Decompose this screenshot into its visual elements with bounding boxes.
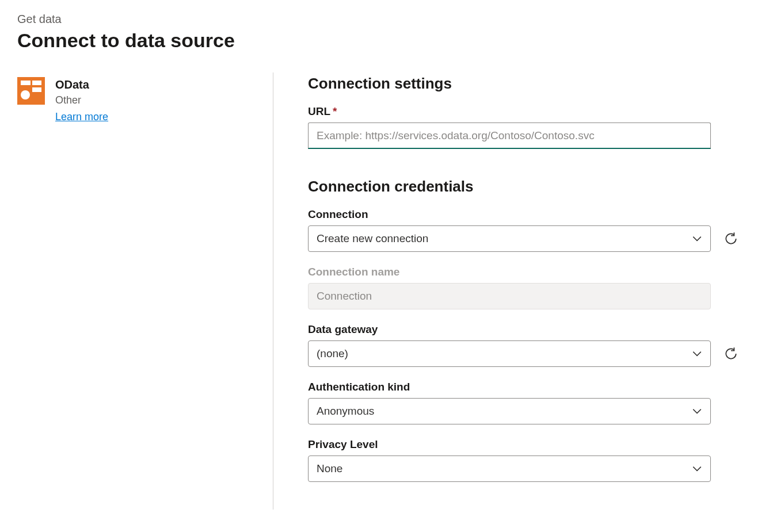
connection-name-label: Connection name bbox=[308, 266, 752, 278]
chevron-down-icon bbox=[692, 406, 702, 416]
svg-point-4 bbox=[21, 90, 30, 99]
data-gateway-label: Data gateway bbox=[308, 323, 752, 336]
required-indicator: * bbox=[333, 105, 337, 117]
connector-category: Other bbox=[55, 94, 108, 106]
authentication-kind-select[interactable]: Anonymous bbox=[308, 398, 711, 424]
refresh-connection-button[interactable] bbox=[721, 229, 741, 248]
chevron-down-icon bbox=[692, 234, 702, 244]
connection-settings-heading: Connection settings bbox=[308, 75, 752, 93]
connection-select-value: Create new connection bbox=[317, 232, 428, 245]
refresh-gateway-button[interactable] bbox=[721, 344, 741, 363]
privacy-level-select[interactable]: None bbox=[308, 456, 711, 482]
svg-rect-3 bbox=[32, 87, 41, 92]
chevron-down-icon bbox=[692, 464, 702, 474]
connection-credentials-heading: Connection credentials bbox=[308, 178, 752, 196]
authentication-kind-label: Authentication kind bbox=[308, 381, 752, 393]
connector-panel: OData Other Learn more bbox=[17, 72, 273, 510]
odata-connector-icon bbox=[17, 77, 45, 105]
url-input[interactable] bbox=[308, 123, 711, 149]
chevron-down-icon bbox=[692, 349, 702, 359]
url-label: URL* bbox=[308, 105, 752, 118]
learn-more-link[interactable]: Learn more bbox=[55, 111, 108, 123]
connector-title: OData bbox=[55, 77, 108, 92]
svg-rect-2 bbox=[32, 81, 41, 85]
connection-select[interactable]: Create new connection bbox=[308, 225, 711, 252]
connection-name-input bbox=[308, 283, 711, 309]
page-title: Connect to data source bbox=[17, 29, 752, 52]
privacy-level-select-value: None bbox=[317, 462, 342, 475]
authentication-kind-select-value: Anonymous bbox=[317, 405, 374, 418]
form-panel: Connection settings URL* Connection cred… bbox=[273, 72, 752, 510]
data-gateway-select-value: (none) bbox=[317, 347, 348, 360]
breadcrumb: Get data bbox=[17, 13, 752, 26]
connection-label: Connection bbox=[308, 208, 752, 221]
svg-rect-1 bbox=[21, 81, 31, 85]
privacy-level-label: Privacy Level bbox=[308, 438, 752, 451]
data-gateway-select[interactable]: (none) bbox=[308, 340, 711, 367]
